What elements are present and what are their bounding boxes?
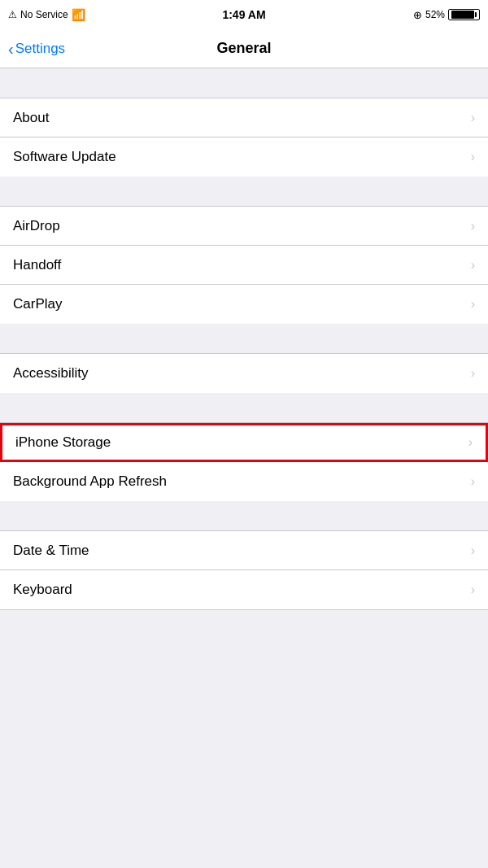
chevron-icon-date-time: › xyxy=(471,543,475,558)
settings-row-handoff[interactable]: Handoff › xyxy=(0,246,488,285)
row-label-background-refresh: Background App Refresh xyxy=(13,473,167,490)
chevron-icon-handoff: › xyxy=(471,258,475,273)
chevron-icon-software-update: › xyxy=(471,150,475,164)
back-label: Settings xyxy=(15,41,65,57)
page-title: General xyxy=(216,40,271,57)
battery-percent: 52% xyxy=(425,9,445,20)
chevron-icon-carplay: › xyxy=(471,297,475,312)
settings-row-accessibility[interactable]: Accessibility › xyxy=(0,354,488,393)
battery-icon xyxy=(448,9,480,20)
row-label-about: About xyxy=(13,110,49,126)
nav-bar: ‹ Settings General xyxy=(0,29,488,68)
row-label-handoff: Handoff xyxy=(13,257,61,273)
settings-group-2: AirDrop › Handoff › CarPlay › xyxy=(0,206,488,324)
alert-icon: ⚠ xyxy=(8,9,17,20)
chevron-icon-airdrop: › xyxy=(471,219,475,233)
row-label-keyboard: Keyboard xyxy=(13,582,72,598)
settings-row-airdrop[interactable]: AirDrop › xyxy=(0,207,488,246)
status-bar-right: ⊕ 52% xyxy=(413,9,480,21)
section-divider-top xyxy=(0,68,488,98)
settings-group-5: Date & Time › Keyboard › xyxy=(0,530,488,609)
settings-row-software-update[interactable]: Software Update › xyxy=(0,137,488,177)
chevron-icon-keyboard: › xyxy=(471,582,475,597)
row-label-carplay: CarPlay xyxy=(13,296,62,312)
settings-row-keyboard[interactable]: Keyboard › xyxy=(0,570,488,609)
back-chevron-icon: ‹ xyxy=(8,41,14,57)
settings-group-4: iPhone Storage › Background App Refresh … xyxy=(0,422,488,501)
row-label-iphone-storage: iPhone Storage xyxy=(15,434,111,451)
section-divider-4 xyxy=(0,393,488,422)
settings-row-carplay[interactable]: CarPlay › xyxy=(0,285,488,324)
settings-row-iphone-storage[interactable]: iPhone Storage › xyxy=(0,423,488,462)
back-button[interactable]: ‹ Settings xyxy=(8,41,65,57)
status-bar: ⚠ No Service 📶 1:49 AM ⊕ 52% xyxy=(0,0,488,29)
settings-row-about[interactable]: About › xyxy=(0,98,488,137)
chevron-icon-accessibility: › xyxy=(471,366,475,381)
status-bar-left: ⚠ No Service 📶 xyxy=(8,8,85,21)
settings-group-3: Accessibility › xyxy=(0,353,488,393)
row-label-software-update: Software Update xyxy=(13,149,116,165)
chevron-icon-iphone-storage: › xyxy=(468,435,473,450)
settings-group-1: About › Software Update › xyxy=(0,98,488,177)
chevron-icon-about: › xyxy=(471,111,475,125)
section-divider-3 xyxy=(0,324,488,353)
row-label-accessibility: Accessibility xyxy=(13,365,89,382)
settings-row-background-refresh[interactable]: Background App Refresh › xyxy=(0,462,488,501)
lock-rotation-icon: ⊕ xyxy=(413,9,422,21)
chevron-icon-background-refresh: › xyxy=(471,474,475,489)
row-label-date-time: Date & Time xyxy=(13,543,89,559)
status-bar-time: 1:49 AM xyxy=(222,8,265,21)
no-service-text: No Service xyxy=(20,9,68,20)
section-divider-2 xyxy=(0,177,488,206)
row-label-airdrop: AirDrop xyxy=(13,218,60,234)
section-divider-5 xyxy=(0,501,488,530)
settings-row-date-time[interactable]: Date & Time › xyxy=(0,531,488,570)
wifi-icon: 📶 xyxy=(72,8,85,21)
